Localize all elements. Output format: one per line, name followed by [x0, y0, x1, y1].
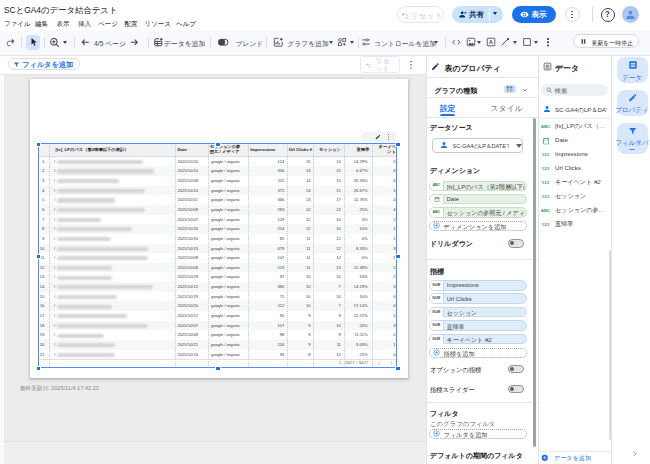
svg-text:A: A: [489, 39, 493, 45]
